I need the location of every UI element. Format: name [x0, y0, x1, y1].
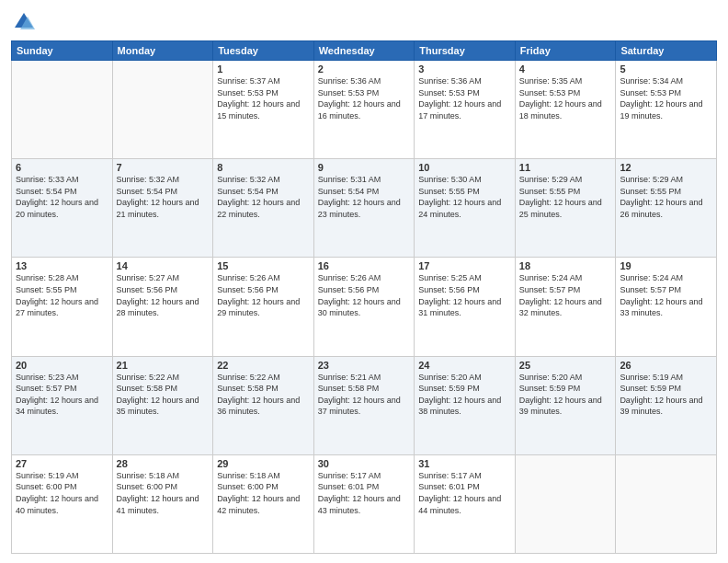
calendar-cell: 14Sunrise: 5:27 AM Sunset: 5:56 PM Dayli…	[112, 258, 213, 356]
day-number: 17	[418, 260, 511, 271]
day-info: Sunrise: 5:32 AM Sunset: 5:54 PM Dayligh…	[117, 174, 210, 220]
calendar-cell: 13Sunrise: 5:28 AM Sunset: 5:55 PM Dayli…	[12, 258, 113, 356]
day-info: Sunrise: 5:17 AM Sunset: 6:01 PM Dayligh…	[418, 470, 511, 516]
day-number: 11	[519, 162, 612, 173]
day-number: 3	[418, 63, 511, 75]
day-number: 26	[620, 360, 712, 371]
day-info: Sunrise: 5:25 AM Sunset: 5:56 PM Dayligh…	[418, 272, 511, 318]
day-info: Sunrise: 5:24 AM Sunset: 5:57 PM Dayligh…	[620, 272, 712, 318]
day-number: 18	[519, 260, 612, 271]
calendar-cell: 2Sunrise: 5:36 AM Sunset: 5:53 PM Daylig…	[313, 61, 415, 159]
calendar-header-tuesday: Tuesday	[213, 41, 314, 61]
day-info: Sunrise: 5:17 AM Sunset: 6:01 PM Dayligh…	[318, 470, 411, 516]
calendar-cell: 7Sunrise: 5:32 AM Sunset: 5:54 PM Daylig…	[112, 159, 213, 258]
day-info: Sunrise: 5:35 AM Sunset: 5:53 PM Dayligh…	[519, 75, 612, 121]
day-number: 5	[620, 63, 712, 75]
day-info: Sunrise: 5:22 AM Sunset: 5:58 PM Dayligh…	[117, 372, 210, 418]
day-info: Sunrise: 5:30 AM Sunset: 5:55 PM Dayligh…	[418, 174, 511, 220]
logo	[11, 9, 40, 35]
day-number: 22	[217, 360, 310, 371]
day-info: Sunrise: 5:22 AM Sunset: 5:58 PM Dayligh…	[217, 372, 310, 418]
day-number: 19	[620, 260, 712, 271]
calendar-cell: 18Sunrise: 5:24 AM Sunset: 5:57 PM Dayli…	[515, 258, 616, 356]
day-number: 6	[16, 162, 108, 173]
day-number: 31	[418, 458, 511, 469]
calendar-cell: 24Sunrise: 5:20 AM Sunset: 5:59 PM Dayli…	[415, 356, 516, 454]
day-number: 12	[620, 162, 712, 173]
calendar-header-wednesday: Wednesday	[313, 41, 415, 61]
calendar-cell: 29Sunrise: 5:18 AM Sunset: 6:00 PM Dayli…	[213, 454, 314, 553]
calendar-cell: 17Sunrise: 5:25 AM Sunset: 5:56 PM Dayli…	[415, 258, 516, 356]
day-number: 27	[16, 458, 108, 469]
day-info: Sunrise: 5:29 AM Sunset: 5:55 PM Dayligh…	[519, 174, 612, 220]
calendar-cell	[12, 61, 113, 159]
day-number: 13	[16, 260, 108, 271]
day-number: 15	[217, 260, 310, 271]
day-number: 14	[117, 260, 210, 271]
day-number: 16	[318, 260, 411, 271]
day-info: Sunrise: 5:21 AM Sunset: 5:58 PM Dayligh…	[318, 372, 411, 418]
day-info: Sunrise: 5:36 AM Sunset: 5:53 PM Dayligh…	[418, 75, 511, 121]
calendar-cell: 22Sunrise: 5:22 AM Sunset: 5:58 PM Dayli…	[213, 356, 314, 454]
calendar-cell	[616, 454, 717, 553]
day-info: Sunrise: 5:23 AM Sunset: 5:57 PM Dayligh…	[16, 372, 108, 418]
logo-icon	[11, 9, 37, 35]
day-info: Sunrise: 5:26 AM Sunset: 5:56 PM Dayligh…	[318, 272, 411, 318]
day-info: Sunrise: 5:33 AM Sunset: 5:54 PM Dayligh…	[16, 174, 108, 220]
day-number: 25	[519, 360, 612, 371]
calendar-header-row: SundayMondayTuesdayWednesdayThursdayFrid…	[12, 41, 717, 61]
day-info: Sunrise: 5:20 AM Sunset: 5:59 PM Dayligh…	[418, 372, 511, 418]
calendar-week-2: 6Sunrise: 5:33 AM Sunset: 5:54 PM Daylig…	[12, 159, 717, 258]
page: SundayMondayTuesdayWednesdayThursdayFrid…	[0, 0, 728, 563]
day-number: 24	[418, 360, 511, 371]
day-info: Sunrise: 5:28 AM Sunset: 5:55 PM Dayligh…	[16, 272, 108, 318]
day-number: 1	[217, 63, 310, 75]
day-info: Sunrise: 5:18 AM Sunset: 6:00 PM Dayligh…	[217, 470, 310, 516]
day-info: Sunrise: 5:37 AM Sunset: 5:53 PM Dayligh…	[217, 75, 310, 121]
calendar-header-thursday: Thursday	[415, 41, 516, 61]
calendar-cell: 25Sunrise: 5:20 AM Sunset: 5:59 PM Dayli…	[515, 356, 616, 454]
calendar-cell: 6Sunrise: 5:33 AM Sunset: 5:54 PM Daylig…	[12, 159, 113, 258]
day-number: 2	[318, 63, 411, 75]
calendar-cell: 8Sunrise: 5:32 AM Sunset: 5:54 PM Daylig…	[213, 159, 314, 258]
day-number: 10	[418, 162, 511, 173]
calendar-week-5: 27Sunrise: 5:19 AM Sunset: 6:00 PM Dayli…	[12, 454, 717, 553]
calendar-table: SundayMondayTuesdayWednesdayThursdayFrid…	[11, 40, 717, 554]
day-number: 30	[318, 458, 411, 469]
day-number: 28	[117, 458, 210, 469]
day-info: Sunrise: 5:29 AM Sunset: 5:55 PM Dayligh…	[620, 174, 712, 220]
calendar-cell: 9Sunrise: 5:31 AM Sunset: 5:54 PM Daylig…	[313, 159, 415, 258]
calendar-cell: 16Sunrise: 5:26 AM Sunset: 5:56 PM Dayli…	[313, 258, 415, 356]
calendar-week-3: 13Sunrise: 5:28 AM Sunset: 5:55 PM Dayli…	[12, 258, 717, 356]
calendar-cell: 12Sunrise: 5:29 AM Sunset: 5:55 PM Dayli…	[616, 159, 717, 258]
calendar-header-saturday: Saturday	[616, 41, 717, 61]
day-number: 8	[217, 162, 310, 173]
calendar-header-friday: Friday	[515, 41, 616, 61]
day-info: Sunrise: 5:32 AM Sunset: 5:54 PM Dayligh…	[217, 174, 310, 220]
calendar-header-monday: Monday	[112, 41, 213, 61]
calendar-cell: 23Sunrise: 5:21 AM Sunset: 5:58 PM Dayli…	[313, 356, 415, 454]
day-info: Sunrise: 5:19 AM Sunset: 5:59 PM Dayligh…	[620, 372, 712, 418]
day-number: 20	[16, 360, 108, 371]
calendar-cell: 30Sunrise: 5:17 AM Sunset: 6:01 PM Dayli…	[313, 454, 415, 553]
header	[11, 9, 717, 35]
day-number: 7	[117, 162, 210, 173]
day-info: Sunrise: 5:24 AM Sunset: 5:57 PM Dayligh…	[519, 272, 612, 318]
calendar-cell: 19Sunrise: 5:24 AM Sunset: 5:57 PM Dayli…	[616, 258, 717, 356]
calendar-cell: 11Sunrise: 5:29 AM Sunset: 5:55 PM Dayli…	[515, 159, 616, 258]
day-number: 23	[318, 360, 411, 371]
calendar-cell: 1Sunrise: 5:37 AM Sunset: 5:53 PM Daylig…	[213, 61, 314, 159]
day-number: 21	[117, 360, 210, 371]
day-number: 4	[519, 63, 612, 75]
calendar-cell: 4Sunrise: 5:35 AM Sunset: 5:53 PM Daylig…	[515, 61, 616, 159]
day-info: Sunrise: 5:20 AM Sunset: 5:59 PM Dayligh…	[519, 372, 612, 418]
day-info: Sunrise: 5:19 AM Sunset: 6:00 PM Dayligh…	[16, 470, 108, 516]
day-info: Sunrise: 5:34 AM Sunset: 5:53 PM Dayligh…	[620, 75, 712, 121]
day-info: Sunrise: 5:26 AM Sunset: 5:56 PM Dayligh…	[217, 272, 310, 318]
calendar-cell: 5Sunrise: 5:34 AM Sunset: 5:53 PM Daylig…	[616, 61, 717, 159]
day-number: 9	[318, 162, 411, 173]
day-info: Sunrise: 5:31 AM Sunset: 5:54 PM Dayligh…	[318, 174, 411, 220]
calendar-header-sunday: Sunday	[12, 41, 113, 61]
calendar-cell: 27Sunrise: 5:19 AM Sunset: 6:00 PM Dayli…	[12, 454, 113, 553]
calendar-cell: 20Sunrise: 5:23 AM Sunset: 5:57 PM Dayli…	[12, 356, 113, 454]
